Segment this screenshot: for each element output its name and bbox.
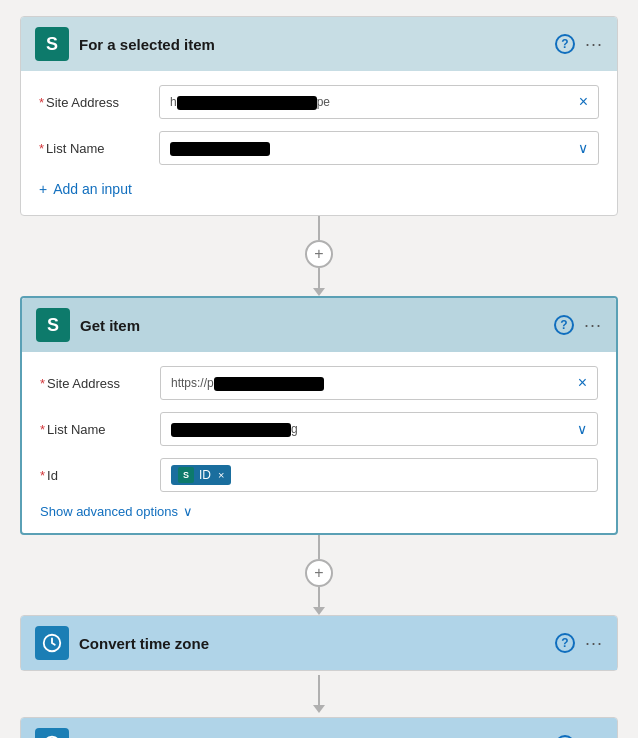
- list-name-input-1[interactable]: ∨: [159, 131, 599, 165]
- help-icon-1[interactable]: ?: [555, 34, 575, 54]
- card-get-item: S Get item ? ··· *Site Address https://p…: [20, 296, 618, 535]
- arrow-line-2: [318, 587, 320, 607]
- site-address-value-1: h pe: [170, 94, 573, 110]
- card-icon-for-a-selected-item: S: [35, 27, 69, 61]
- field-row-id: *Id S ID ×: [40, 458, 598, 492]
- show-advanced-chevron: ∨: [183, 504, 193, 519]
- card-title-get-item: Get item: [80, 317, 544, 334]
- connector-plus-2[interactable]: +: [305, 559, 333, 587]
- clock-svg-2: [41, 734, 63, 738]
- list-name-label-2: *List Name: [40, 422, 150, 437]
- card-convert-time-zone-2: Convert time zone 2 ? ···: [20, 717, 618, 738]
- card-body-for-a-selected-item: *Site Address h pe × *List Name: [21, 71, 617, 215]
- arrow-line-1: [318, 268, 320, 288]
- list-name-label-1: *List Name: [39, 141, 149, 156]
- id-label: *Id: [40, 468, 150, 483]
- connector-plus-1[interactable]: +: [305, 240, 333, 268]
- card-header-get-item: S Get item ? ···: [22, 298, 616, 352]
- card-for-a-selected-item: S For a selected item ? ··· *Site Addres…: [20, 16, 618, 216]
- more-icon-4[interactable]: ···: [585, 735, 603, 739]
- card-convert-time-zone-1: Convert time zone ? ···: [20, 615, 618, 671]
- masked-list-2: [171, 423, 291, 437]
- id-token-icon: S: [178, 467, 194, 483]
- more-icon-2[interactable]: ···: [584, 315, 602, 336]
- required-star-4: *: [40, 422, 45, 437]
- clock-svg-1: [41, 632, 63, 654]
- list-name-input-2[interactable]: g ∨: [160, 412, 598, 446]
- site-address-input-1[interactable]: h pe ×: [159, 85, 599, 119]
- s-icon-2: S: [47, 315, 59, 336]
- connector-arrow-1: [313, 268, 325, 296]
- connector-line-2: [318, 535, 320, 559]
- help-icon-3[interactable]: ?: [555, 633, 575, 653]
- masked-site-2: [214, 377, 324, 391]
- masked-site-1: [177, 96, 317, 110]
- add-input-button[interactable]: + Add an input: [39, 177, 599, 201]
- field-row-site-address-1: *Site Address h pe ×: [39, 85, 599, 119]
- id-input[interactable]: S ID ×: [160, 458, 598, 492]
- connector-arrow-2: [313, 587, 325, 615]
- field-row-list-name-1: *List Name ∨: [39, 131, 599, 165]
- site-address-value-2: https://p: [171, 375, 572, 391]
- connector-2: +: [305, 535, 333, 615]
- field-row-list-name-2: *List Name g ∨: [40, 412, 598, 446]
- plus-icon-add: +: [39, 181, 47, 197]
- field-row-site-address-2: *Site Address https://p ×: [40, 366, 598, 400]
- clear-site-address-1[interactable]: ×: [579, 93, 588, 111]
- id-token-label: ID: [199, 468, 211, 482]
- show-advanced-label: Show advanced options: [40, 504, 178, 519]
- header-actions-3: ? ···: [555, 633, 603, 654]
- id-token: S ID ×: [171, 465, 231, 485]
- card-icon-convert-2: [35, 728, 69, 738]
- more-icon-1[interactable]: ···: [585, 34, 603, 55]
- card-icon-convert-1: [35, 626, 69, 660]
- site-address-label-1: *Site Address: [39, 95, 149, 110]
- show-advanced-options[interactable]: Show advanced options ∨: [40, 504, 598, 519]
- connector-1: +: [305, 216, 333, 296]
- required-star-2: *: [39, 141, 44, 156]
- site-address-input-2[interactable]: https://p ×: [160, 366, 598, 400]
- card-header-convert-1: Convert time zone ? ···: [21, 616, 617, 670]
- arrow-head-1: [313, 288, 325, 296]
- site-address-label-2: *Site Address: [40, 376, 150, 391]
- id-token-close[interactable]: ×: [218, 469, 224, 481]
- list-name-value-1: [170, 140, 572, 156]
- connector-line-1: [318, 216, 320, 240]
- card-title-convert-1: Convert time zone: [79, 635, 545, 652]
- card-icon-get-item: S: [36, 308, 70, 342]
- required-star-5: *: [40, 468, 45, 483]
- header-actions-4: ? ···: [555, 735, 603, 739]
- header-actions-1: ? ···: [555, 34, 603, 55]
- card-title-for-a-selected-item: For a selected item: [79, 36, 545, 53]
- card-header-for-a-selected-item: S For a selected item ? ···: [21, 17, 617, 71]
- add-input-label: Add an input: [53, 181, 132, 197]
- help-icon-2[interactable]: ?: [554, 315, 574, 335]
- flow-container: S For a selected item ? ··· *Site Addres…: [16, 16, 622, 738]
- card-header-convert-2: Convert time zone 2 ? ···: [21, 718, 617, 738]
- masked-list-1: [170, 142, 270, 156]
- chevron-list-name-1[interactable]: ∨: [578, 140, 588, 156]
- header-actions-2: ? ···: [554, 315, 602, 336]
- arrow-line-3: [318, 675, 320, 705]
- card-body-get-item: *Site Address https://p × *List Name g: [22, 352, 616, 533]
- required-star-1: *: [39, 95, 44, 110]
- chevron-list-name-2[interactable]: ∨: [577, 421, 587, 437]
- required-star-3: *: [40, 376, 45, 391]
- s-icon: S: [46, 34, 58, 55]
- list-name-value-2: g: [171, 421, 571, 437]
- clear-site-address-2[interactable]: ×: [578, 374, 587, 392]
- arrow-head-2: [313, 607, 325, 615]
- arrow-head-3: [313, 705, 325, 713]
- more-icon-3[interactable]: ···: [585, 633, 603, 654]
- arrow-3: [313, 675, 325, 713]
